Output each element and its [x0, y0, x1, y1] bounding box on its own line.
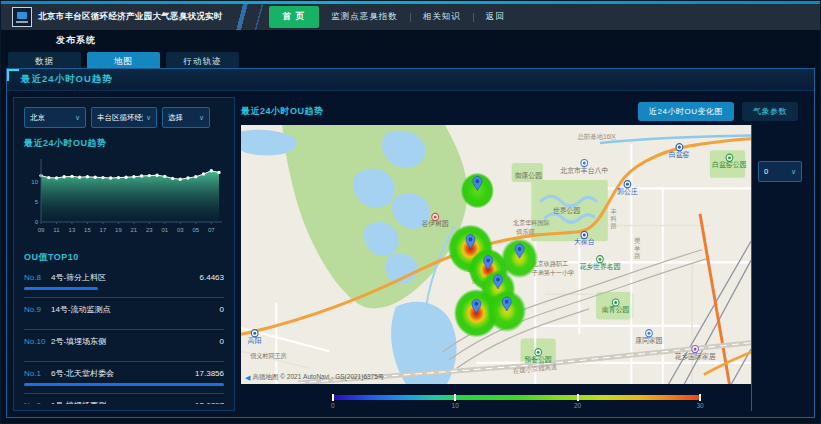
rank-label: No.9	[24, 305, 49, 314]
app-header: 北京市丰台区循环经济产业园大气恶臭状况实时 首 页监测点恶臭指数相关知识返回	[1, 4, 820, 30]
legend-tick-label: 0	[331, 402, 335, 409]
map-label: 花乡国际家居	[675, 351, 716, 360]
rank-label: No.2	[24, 401, 49, 404]
top10-title: OU值TOP10	[24, 251, 224, 264]
legend-tick-mark	[699, 394, 701, 401]
map-label: 花乡世界名园	[579, 263, 620, 271]
value-bar-track	[24, 351, 224, 354]
map-button-1[interactable]: 气象参数	[742, 102, 798, 121]
filter-value: 选择	[168, 113, 196, 123]
nav-item-0[interactable]: 首 页	[269, 6, 319, 28]
ou-value: 6.4463	[200, 273, 224, 282]
filter-value: 丰台区循环经济产业园	[97, 113, 143, 123]
rank-label: No.8	[24, 273, 49, 282]
map-region: 最近24小时OU趋势 近24小时OU变化图气象参数	[241, 97, 808, 411]
site-name: 4号-筛分上料区	[51, 272, 200, 283]
legend-tick-mark	[332, 394, 334, 401]
filter-row: 北京∨丰台区循环经济产业园∨选择∨	[24, 107, 224, 128]
map-road-label: 丰科路	[611, 208, 618, 231]
svg-text:17: 17	[100, 227, 107, 233]
map-mini-select[interactable]: 0 ∨	[758, 161, 802, 182]
trend-chart: 0510091113151719212301030507	[24, 152, 224, 242]
map-svg: 总部基地16区御康公园北京市丰台八中白盆窑白盆窑公园郭公庄世界公园大葆台北京华科…	[241, 125, 751, 384]
nav-item-2[interactable]: 相关知识	[411, 7, 473, 27]
svg-text:10: 10	[31, 179, 38, 185]
map-attribution: ◀ 高德地图 © 2021 AutoNavi - GS(2021)6375号	[245, 373, 384, 382]
top10-row: No.16号-北天堂村委会17.3856	[24, 362, 224, 394]
svg-text:03: 03	[177, 227, 184, 233]
attribution-text: 高德地图 © 2021 AutoNavi - GS(2021)6375号	[252, 373, 384, 382]
main-nav: 首 页监测点恶臭指数相关知识返回	[269, 6, 517, 28]
svg-text:21: 21	[131, 227, 138, 233]
svg-text:05: 05	[192, 227, 199, 233]
panel-header: 最近24小时OU趋势	[7, 69, 814, 91]
value-bar	[24, 287, 98, 290]
top10-list: No.84号-筛分上料区6.4463No.914号-流动监测点0No.102号-…	[24, 266, 224, 404]
legend-tick-label: 10	[452, 402, 459, 409]
heat-legend: 0102030	[241, 393, 751, 411]
chevron-down-icon: ∨	[75, 114, 80, 122]
rank-label: No.1	[24, 369, 49, 378]
trend-chart-svg: 0510091113151719212301030507	[24, 152, 224, 238]
panel-body: 北京∨丰台区循环经济产业园∨选择∨ 最近24小时OU趋势 05100911131…	[7, 91, 814, 417]
ou-value: 17.3856	[195, 369, 224, 378]
map-body-row: 总部基地16区御康公园北京市丰台八中白盆窑白盆窑公园郭公庄世界公园大葆台北京华科…	[241, 125, 808, 411]
map-buttons: 近24小时OU变化图气象参数	[638, 102, 798, 121]
app-window: 北京市丰台区循环经济产业园大气恶臭状况实时 首 页监测点恶臭指数相关知识返回 发…	[0, 0, 821, 424]
svg-text:0: 0	[35, 219, 39, 225]
map-label: 俱乐部	[516, 228, 534, 236]
panel-title: 最近24小时OU趋势	[21, 73, 113, 86]
rank-label: No.10	[24, 337, 49, 346]
mini-select-value: 0	[764, 167, 788, 176]
top10-row: No.21号-填埋场西侧13.6897	[24, 394, 224, 404]
map-label: 子弟第十一小学	[532, 269, 575, 277]
map-canvas[interactable]: 总部基地16区御康公园北京市丰台八中白盆窑白盆窑公园郭公庄世界公园大葆台北京华科…	[241, 125, 751, 384]
slash-shape-thin	[253, 4, 265, 30]
main-panel: 最近24小时OU趋势 北京∨丰台区循环经济产业园∨选择∨ 最近24小时OU趋势 …	[6, 68, 815, 418]
right-rail: 0 ∨	[751, 125, 808, 411]
top10-row: No.914号-流动监测点0	[24, 298, 224, 330]
map-label: 高阳	[248, 336, 262, 345]
legend-tick-label: 20	[574, 402, 581, 409]
heat-legend-gradient	[333, 395, 700, 400]
map-title: 最近24小时OU趋势	[241, 105, 324, 118]
map-label: 佃义村回王房	[250, 351, 287, 359]
filter-select-2[interactable]: 选择∨	[162, 107, 210, 128]
value-bar	[24, 383, 224, 386]
map-label: 总部基地16区	[577, 133, 617, 141]
svg-text:5: 5	[35, 199, 39, 205]
svg-text:19: 19	[115, 227, 122, 233]
map-button-0[interactable]: 近24小时OU变化图	[638, 102, 734, 121]
map-label: 北京华科国际	[513, 219, 549, 227]
site-name: 14号-流动监测点	[51, 304, 220, 315]
slash-shape	[231, 4, 253, 30]
map-label: 北京市丰台八中	[560, 165, 608, 174]
svg-text:23: 23	[146, 227, 153, 233]
app-title: 北京市丰台区循环经济产业园大气恶臭状况实时	[38, 11, 223, 23]
value-bar-track	[24, 287, 224, 290]
logo-caption	[16, 21, 28, 23]
amap-logo-icon: ◀	[245, 374, 250, 382]
nav-item-1[interactable]: 监测点恶臭指数	[319, 7, 410, 27]
filter-value: 北京	[30, 113, 72, 123]
site-name: 1号-填埋场西侧	[51, 400, 195, 404]
system-subtitle: 发布系统	[56, 34, 820, 47]
value-bar-track	[24, 319, 224, 322]
filter-select-1[interactable]: 丰台区循环经济产业园∨	[91, 107, 157, 128]
svg-text:11: 11	[53, 227, 60, 233]
chevron-down-icon: ∨	[791, 168, 796, 176]
chevron-down-icon: ∨	[146, 114, 151, 122]
nav-item-3[interactable]: 返回	[474, 7, 517, 27]
filter-select-0[interactable]: 北京∨	[24, 107, 86, 128]
map-column: 总部基地16区御康公园北京市丰台八中白盆窑白盆窑公园郭公庄世界公园大葆台北京华科…	[241, 125, 751, 411]
svg-text:09: 09	[38, 227, 45, 233]
site-name: 6号-北天堂村委会	[51, 368, 195, 379]
svg-text:07: 07	[208, 227, 215, 233]
top10-row: No.102号-填埋场东侧0	[24, 330, 224, 362]
map-label: 白盆窑	[669, 150, 690, 158]
ou-value: 0	[220, 305, 224, 314]
legend-tick-mark	[577, 394, 579, 401]
legend-tick-mark	[454, 394, 456, 401]
app-logo	[12, 7, 32, 27]
map-label: 大葆台	[574, 238, 595, 246]
